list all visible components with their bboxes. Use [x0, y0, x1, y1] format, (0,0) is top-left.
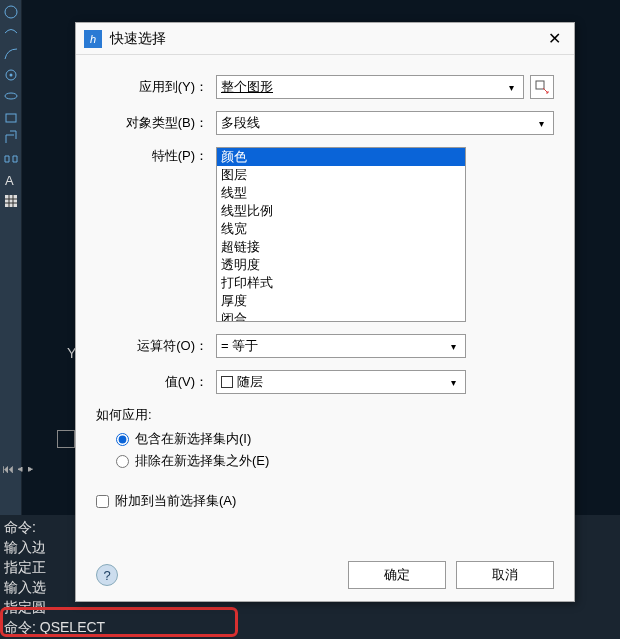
apply-to-label: 应用到(Y)： [96, 78, 216, 96]
tool-icon[interactable] [2, 66, 20, 84]
tool-icon[interactable] [2, 3, 20, 21]
object-type-value: 多段线 [221, 114, 533, 132]
include-radio[interactable] [116, 433, 129, 446]
property-row: 特性(P)： 颜色 图层 线型 线型比例 线宽 超链接 透明度 打印样式 厚度 … [96, 147, 554, 322]
apply-to-row: 应用到(Y)： 整个图形 ▾ [96, 75, 554, 99]
value-label: 值(V)： [96, 373, 216, 391]
append-check-label: 附加到当前选择集(A) [115, 492, 236, 510]
value-value: 随层 [237, 373, 445, 391]
list-item[interactable]: 线宽 [217, 220, 465, 238]
operator-dropdown[interactable]: = 等于 ▾ [216, 334, 466, 358]
include-radio-row[interactable]: 包含在新选择集内(I) [116, 430, 554, 448]
exclude-radio-row[interactable]: 排除在新选择集之外(E) [116, 452, 554, 470]
svg-rect-6 [5, 195, 17, 207]
list-item[interactable]: 打印样式 [217, 274, 465, 292]
chevron-down-icon: ▾ [533, 118, 549, 129]
color-swatch-icon [221, 376, 233, 388]
cancel-button[interactable]: 取消 [456, 561, 554, 589]
quick-select-dialog: h 快速选择 ✕ 应用到(Y)： 整个图形 ▾ 对象类型(B)： 多段线 ▾ [75, 22, 575, 602]
operator-label: 运算符(O)： [96, 337, 216, 355]
list-item[interactable]: 透明度 [217, 256, 465, 274]
cmd-current-line: 命令: QSELECT [4, 617, 616, 637]
dialog-body: 应用到(Y)： 整个图形 ▾ 对象类型(B)： 多段线 ▾ 特性( [76, 55, 574, 524]
list-item[interactable]: 闭合 [217, 310, 465, 322]
exclude-radio[interactable] [116, 455, 129, 468]
value-row: 值(V)： 随层 ▾ [96, 370, 554, 394]
close-icon[interactable]: ✕ [542, 27, 566, 51]
svg-text:A: A [5, 173, 14, 188]
tab-nav[interactable]: ⏮ ◀ ▶ [0, 460, 35, 478]
list-item[interactable]: 图层 [217, 166, 465, 184]
tool-icon[interactable] [2, 192, 20, 210]
append-check-row[interactable]: 附加到当前选择集(A) [96, 492, 554, 510]
property-listbox[interactable]: 颜色 图层 线型 线型比例 线宽 超链接 透明度 打印样式 厚度 闭合 全局宽度 [216, 147, 466, 322]
svg-point-0 [5, 6, 17, 18]
list-item[interactable]: 超链接 [217, 238, 465, 256]
value-dropdown[interactable]: 随层 ▾ [216, 370, 466, 394]
tool-icon[interactable] [2, 129, 20, 147]
chevron-down-icon: ▾ [445, 377, 461, 388]
how-apply-label: 如何应用: [96, 406, 554, 424]
svg-point-3 [5, 93, 17, 99]
svg-rect-4 [6, 114, 16, 122]
tool-icon[interactable] [2, 87, 20, 105]
list-item[interactable]: 厚度 [217, 292, 465, 310]
help-button[interactable]: ? [96, 564, 118, 586]
operator-value: = 等于 [221, 337, 445, 355]
exclude-radio-label: 排除在新选择集之外(E) [135, 452, 269, 470]
operator-row: 运算符(O)： = 等于 ▾ [96, 334, 554, 358]
tool-icon[interactable] [2, 108, 20, 126]
apply-to-dropdown[interactable]: 整个图形 ▾ [216, 75, 524, 99]
chevron-down-icon: ▾ [445, 341, 461, 352]
chevron-down-icon: ▾ [503, 82, 519, 93]
append-checkbox[interactable] [96, 495, 109, 508]
list-item[interactable]: 线型比例 [217, 202, 465, 220]
dialog-titlebar: h 快速选择 ✕ [76, 23, 574, 55]
select-objects-button[interactable] [530, 75, 554, 99]
object-type-label: 对象类型(B)： [96, 114, 216, 132]
dialog-footer: ? 确定 取消 [96, 561, 554, 589]
object-type-row: 对象类型(B)： 多段线 ▾ [96, 111, 554, 135]
tool-icon[interactable] [2, 24, 20, 42]
property-label: 特性(P)： [96, 147, 216, 165]
dialog-title: 快速选择 [110, 30, 542, 48]
svg-rect-11 [536, 81, 544, 89]
tool-icon[interactable] [2, 45, 20, 63]
svg-point-2 [9, 74, 12, 77]
tool-icon[interactable] [2, 150, 20, 168]
tool-icon[interactable]: A [2, 171, 20, 189]
include-radio-label: 包含在新选择集内(I) [135, 430, 251, 448]
ok-button[interactable]: 确定 [348, 561, 446, 589]
apply-to-value: 整个图形 [221, 78, 503, 96]
list-item[interactable]: 颜色 [217, 148, 465, 166]
origin-marker [57, 430, 75, 448]
list-item[interactable]: 线型 [217, 184, 465, 202]
object-type-dropdown[interactable]: 多段线 ▾ [216, 111, 554, 135]
app-icon: h [84, 30, 102, 48]
